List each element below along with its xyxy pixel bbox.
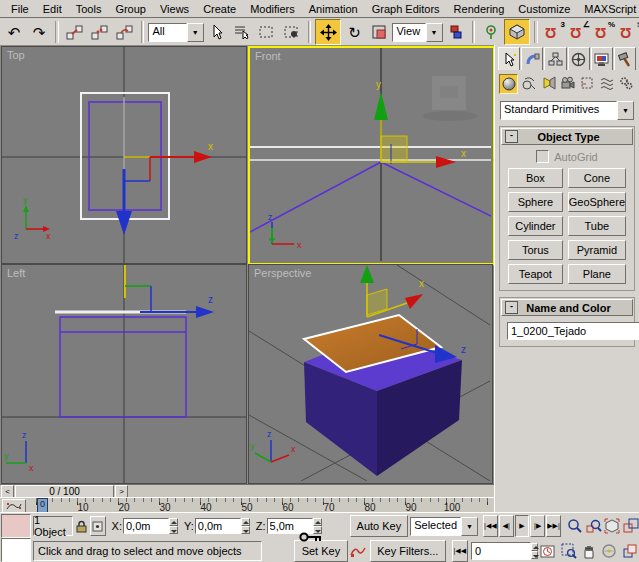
menu-customize[interactable]: Customize xyxy=(511,2,577,16)
y-spinner[interactable] xyxy=(241,518,250,534)
x-spinner[interactable] xyxy=(169,518,178,534)
object-name-field[interactable] xyxy=(507,322,639,340)
zoom-all-icon[interactable] xyxy=(585,516,602,536)
viewport-left[interactable]: Left z xyxy=(1,264,247,484)
move-gizmo[interactable]: z xyxy=(125,265,214,318)
open-mini-curve-editor-icon[interactable] xyxy=(2,499,26,513)
geometry-icon[interactable] xyxy=(499,74,518,94)
menu-animation[interactable]: Animation xyxy=(302,2,365,16)
play-button[interactable]: ▶ xyxy=(515,515,530,537)
select-and-rotate-icon[interactable]: ↻ xyxy=(342,20,366,44)
key-filter-dropdown[interactable]: Selected ▼ xyxy=(410,517,478,536)
menu-group[interactable]: Group xyxy=(108,2,153,16)
select-and-manipulate-icon[interactable] xyxy=(479,20,503,44)
absolute-mode-toggle-icon[interactable] xyxy=(90,516,106,536)
select-object-icon[interactable] xyxy=(205,20,229,44)
use-pivot-point-center-icon[interactable] xyxy=(444,20,468,44)
cameras-icon[interactable] xyxy=(559,74,576,92)
zoom-extents-all-icon[interactable] xyxy=(622,516,639,536)
viewport-perspective[interactable]: Perspective xyxy=(248,264,493,484)
select-and-move-icon[interactable] xyxy=(315,19,341,45)
min-max-toggle-icon[interactable] xyxy=(621,541,639,561)
go-to-end-button[interactable]: ▶▶| xyxy=(546,515,561,537)
teapot-button[interactable]: Teapot xyxy=(508,264,563,284)
reference-coordinate-system-dropdown[interactable]: View ▼ xyxy=(392,23,442,42)
tab-create[interactable] xyxy=(498,47,520,70)
space-warps-icon[interactable] xyxy=(598,74,615,92)
sphere-button[interactable]: Sphere xyxy=(508,192,563,212)
select-by-name-icon[interactable] xyxy=(230,20,254,44)
selection-filter-dropdown[interactable]: All ▼ xyxy=(148,23,203,42)
chevron-down-icon[interactable]: ▼ xyxy=(617,101,634,120)
cylinder-button[interactable]: Cylinder xyxy=(508,216,563,236)
roof-wireframe-front-view[interactable] xyxy=(250,162,491,232)
frame-spinner[interactable] xyxy=(531,543,539,559)
chevron-down-icon[interactable]: ▼ xyxy=(461,517,478,536)
menu-tools[interactable]: Tools xyxy=(69,2,109,16)
tab-display[interactable] xyxy=(591,47,613,70)
torus-button[interactable]: Torus xyxy=(508,240,563,260)
chevron-down-icon[interactable]: ▼ xyxy=(426,23,443,42)
autogrid-checkbox[interactable] xyxy=(536,150,549,163)
menu-create[interactable]: Create xyxy=(196,2,243,16)
viewport-front[interactable]: Front xyxy=(248,46,495,265)
spinner-snap-toggle-icon[interactable]: Ω↕ xyxy=(617,20,639,44)
bind-to-space-warp-icon[interactable] xyxy=(113,20,137,44)
zoom-region-icon[interactable] xyxy=(560,541,578,561)
time-configuration-icon[interactable] xyxy=(540,542,555,560)
viewport-front-label[interactable]: Front xyxy=(255,50,281,62)
primitive-category-dropdown[interactable]: Standard Primitives ▼ xyxy=(500,101,634,120)
set-key-mode-icon[interactable] xyxy=(299,518,323,556)
menu-rendering[interactable]: Rendering xyxy=(447,2,512,16)
keyboard-override-toggle-icon[interactable] xyxy=(504,19,530,45)
geosphere-button[interactable]: GeoSphere xyxy=(568,192,626,212)
x-input[interactable] xyxy=(123,518,169,534)
helpers-icon[interactable] xyxy=(579,74,596,92)
systems-icon[interactable] xyxy=(618,74,635,92)
tab-utilities[interactable] xyxy=(614,47,636,70)
viewport-perspective-label[interactable]: Perspective xyxy=(254,267,311,279)
shapes-icon[interactable] xyxy=(520,74,537,92)
viewport-top[interactable]: Top x xyxy=(1,46,247,264)
menu-maxscript[interactable]: MAXScript xyxy=(577,2,639,16)
arc-rotate-icon[interactable] xyxy=(600,541,618,561)
box-button[interactable]: Box xyxy=(508,168,563,188)
menu-views[interactable]: Views xyxy=(153,2,196,16)
zoom-icon[interactable] xyxy=(567,516,584,536)
collapse-icon[interactable]: - xyxy=(505,301,518,314)
selection-lock-icon[interactable] xyxy=(75,517,89,535)
undo-icon[interactable]: ↶ xyxy=(2,20,26,44)
name-and-color-rollout-header[interactable]: - Name and Color xyxy=(501,299,633,316)
current-frame-field[interactable] xyxy=(471,542,531,560)
tab-modify[interactable] xyxy=(521,47,543,70)
pyramid-button[interactable]: Pyramid xyxy=(568,240,626,260)
auto-key-button[interactable]: Auto Key xyxy=(350,515,409,537)
percent-snap-toggle-icon[interactable]: Ω% xyxy=(592,20,616,44)
key-filters-button[interactable]: Key Filters... xyxy=(370,540,446,562)
menu-edit[interactable]: Edit xyxy=(36,2,69,16)
plane-button[interactable]: Plane xyxy=(568,264,626,284)
menu-file[interactable]: File xyxy=(4,2,36,16)
select-and-scale-icon[interactable] xyxy=(367,20,391,44)
unlink-selection-icon[interactable] xyxy=(88,20,112,44)
pan-icon[interactable] xyxy=(580,541,598,561)
key-mode-toggle[interactable]: |◀◀ xyxy=(452,540,468,562)
track-bar-ruler[interactable]: 10 20 30 40 50 60 70 80 90 100 0 xyxy=(36,498,488,513)
tube-button[interactable]: Tube xyxy=(568,216,626,236)
next-frame-button[interactable]: |▶ xyxy=(530,515,545,537)
viewport-left-label[interactable]: Left xyxy=(7,267,25,279)
time-slider[interactable]: < 0 / 100 > xyxy=(0,484,494,498)
chevron-down-icon[interactable]: ▼ xyxy=(187,23,204,42)
tab-motion[interactable] xyxy=(568,47,590,70)
cone-button[interactable]: Cone xyxy=(568,168,626,188)
tab-hierarchy[interactable] xyxy=(544,47,566,70)
box-wireframe-left-view[interactable] xyxy=(60,317,186,417)
collapse-icon[interactable]: - xyxy=(505,130,518,143)
go-to-start-button[interactable]: |◀◀ xyxy=(483,515,498,537)
redo-icon[interactable]: ↷ xyxy=(27,20,51,44)
move-gizmo[interactable]: x xyxy=(116,141,213,235)
lights-icon[interactable] xyxy=(540,74,557,92)
rectangular-selection-region-icon[interactable] xyxy=(255,20,279,44)
angle-snap-toggle-icon[interactable]: Ω∠ xyxy=(567,20,591,44)
tangent-curve-icon[interactable] xyxy=(350,542,366,560)
